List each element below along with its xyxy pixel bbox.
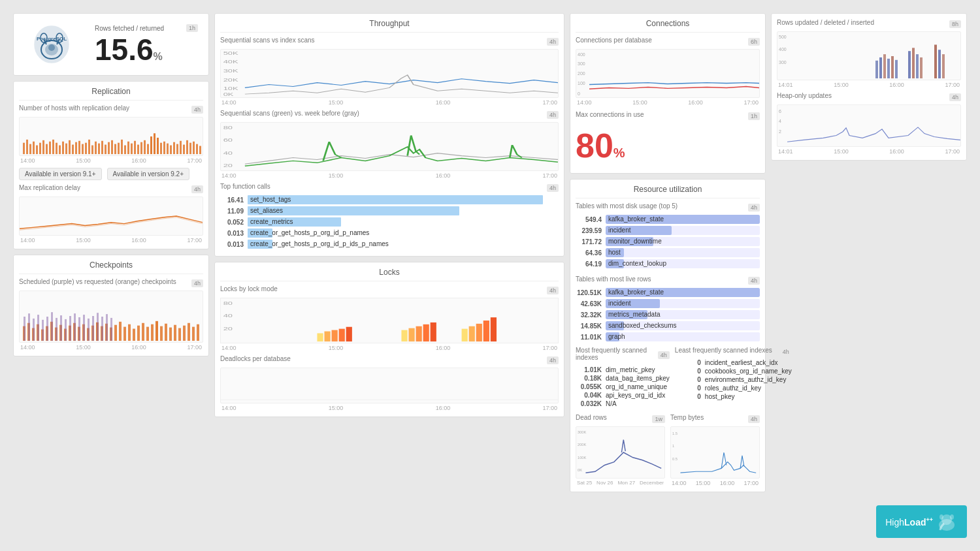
heap-updates-time: 4h	[949, 93, 961, 101]
svg-rect-106	[37, 315, 39, 341]
svg-rect-11	[29, 144, 31, 154]
throughput-charts-row2: Sequential scans (green) vs. week before…	[220, 110, 559, 179]
svg-rect-115	[78, 317, 80, 341]
svg-text:100K: 100K	[578, 456, 587, 460]
svg-rect-37	[114, 144, 116, 154]
svg-rect-173	[908, 51, 911, 78]
hosts-delay-chart-container: 14:0015:0016:0017:00	[19, 117, 203, 164]
svg-rect-100	[188, 323, 190, 341]
svg-rect-62	[196, 144, 198, 154]
temp-bytes-chart: 1.5 1 0.5	[670, 426, 760, 479]
most-scanned-val-0: 1.01K	[576, 366, 602, 373]
svg-rect-13	[36, 146, 38, 155]
conn-per-db-svg: 400 300 200 100 0	[576, 50, 759, 97]
func-bar-0	[248, 195, 543, 204]
svg-rect-39	[121, 140, 123, 154]
most-scanned-val-1: 0.18K	[576, 375, 602, 382]
svg-rect-90	[142, 323, 144, 341]
most-scanned-lbl-2: org_id_name_unique	[606, 383, 667, 390]
svg-rect-29	[88, 140, 90, 154]
func-row-4: 0.013 create_or_get_hosts_p_org_id_p_ids…	[220, 240, 559, 249]
seq-week-header: Sequential scans (green) vs. week before…	[220, 110, 559, 119]
rows-updated-panel: Rows updated / deleted / inserted 8h 500…	[771, 13, 967, 161]
func-val-0: 16.41	[220, 197, 244, 204]
svg-text:60: 60	[223, 138, 233, 142]
svg-rect-98	[178, 328, 181, 341]
live-bar-4: graph	[606, 332, 760, 341]
checkpoints-chart	[19, 291, 203, 343]
locks-mode-time: 4h	[547, 287, 559, 294]
most-scanned-lbl-1: data_bag_items_pkey	[606, 375, 670, 382]
svg-rect-111	[60, 315, 62, 341]
svg-text:300: 300	[578, 61, 585, 66]
svg-rect-120	[101, 317, 103, 341]
most-scanned-lbl-0: dim_metric_pkey	[606, 366, 655, 373]
top-func-section: Top function calls 4h 16.41 set_host_tag…	[220, 183, 559, 249]
svg-rect-175	[916, 54, 919, 78]
conn-per-db-label: Connections per database	[576, 37, 652, 44]
svg-rect-59	[186, 140, 188, 154]
svg-rect-12	[33, 142, 35, 154]
svg-rect-28	[85, 143, 87, 154]
seq-scans-svg: 50K 40K 30K 20K 10K 0K	[221, 50, 558, 97]
svg-rect-26	[78, 141, 80, 154]
svg-text:200K: 200K	[578, 443, 587, 447]
dead-rows-svg: 300K 200K 100K 0K	[576, 427, 664, 478]
deadlocks-chart-container: 14:0015:0016:0017:00	[220, 368, 559, 411]
max-conn-number-container: 80%	[576, 123, 760, 168]
svg-rect-35	[108, 142, 110, 154]
disk-usage-label: Tables with most disk usage (top 5)	[576, 202, 678, 210]
svg-text:0K: 0K	[578, 468, 582, 472]
svg-text:40: 40	[223, 151, 233, 155]
svg-rect-53	[167, 144, 169, 154]
svg-rect-96	[169, 328, 172, 341]
locks-mode-svg: 80 40 20	[221, 298, 558, 343]
svg-rect-167	[875, 61, 878, 78]
live-row-0: 120.51K kafka_broker_state	[576, 288, 760, 297]
svg-text:300: 300	[779, 60, 787, 65]
svg-text:0: 0	[578, 91, 580, 96]
least-lbl-4: host_pkey	[705, 393, 735, 400]
live-bar-3: sandboxed_checksums	[606, 321, 760, 330]
heap-updates-header: Heap-only updates 4h	[777, 92, 961, 102]
svg-rect-93	[155, 321, 158, 341]
live-bar-0: kafka_broker_state	[606, 288, 760, 297]
temp-bytes-time: 4h	[748, 415, 760, 423]
max-delay-chart	[19, 197, 203, 236]
svg-rect-110	[56, 318, 57, 341]
func-val-4: 0.013	[220, 241, 244, 248]
svg-rect-88	[133, 329, 135, 341]
locks-mode-chart-container: 80 40 20	[220, 298, 559, 351]
func-list: 16.41 set_host_tags 11.09 set_aliases	[220, 195, 559, 249]
svg-rect-34	[105, 145, 106, 155]
disk-row-0: 549.4 kafka_broker_state	[576, 215, 760, 224]
svg-text:20: 20	[223, 163, 233, 168]
svg-text:40: 40	[223, 313, 233, 318]
func-label-2: create_metrics	[250, 218, 293, 225]
svg-rect-143	[416, 326, 422, 341]
most-scanned-time: 4h	[658, 351, 670, 359]
svg-text:300K: 300K	[578, 430, 587, 434]
hosts-delay-svg	[20, 118, 203, 155]
svg-text:100: 100	[578, 81, 585, 86]
svg-text:30K: 30K	[223, 69, 238, 73]
seq-week-x-labels: 14:0015:0016:0017:00	[220, 172, 559, 179]
resource-panel: Resource utilization Tables with most di…	[570, 179, 766, 492]
live-rows-section: Tables with most live rows 4h 120.51K ka…	[576, 276, 760, 341]
throughput-title: Throughput	[220, 19, 559, 33]
svg-text:0K: 0K	[223, 92, 234, 97]
locks-mode-x-labels: 14:0015:0016:0017:00	[220, 345, 559, 351]
svg-rect-48	[150, 136, 152, 154]
svg-rect-9	[23, 143, 25, 154]
func-label-1: set_aliases	[250, 207, 283, 214]
func-row-0: 16.41 set_host_tags	[220, 195, 559, 204]
dead-rows-x-labels: Sat 25Nov 26Mon 27December	[576, 480, 665, 486]
svg-rect-172	[895, 60, 898, 78]
checkpoints-chart-header: Scheduled (purple) vs requested (orange)…	[19, 278, 203, 288]
highload-animal-icon	[936, 511, 958, 533]
svg-rect-137	[324, 332, 330, 342]
svg-text:20: 20	[223, 326, 233, 331]
hosts-delay-header: Number of hosts with replication delay 4…	[19, 104, 203, 114]
svg-rect-89	[137, 326, 140, 341]
hosts-delay-chart	[19, 117, 203, 156]
